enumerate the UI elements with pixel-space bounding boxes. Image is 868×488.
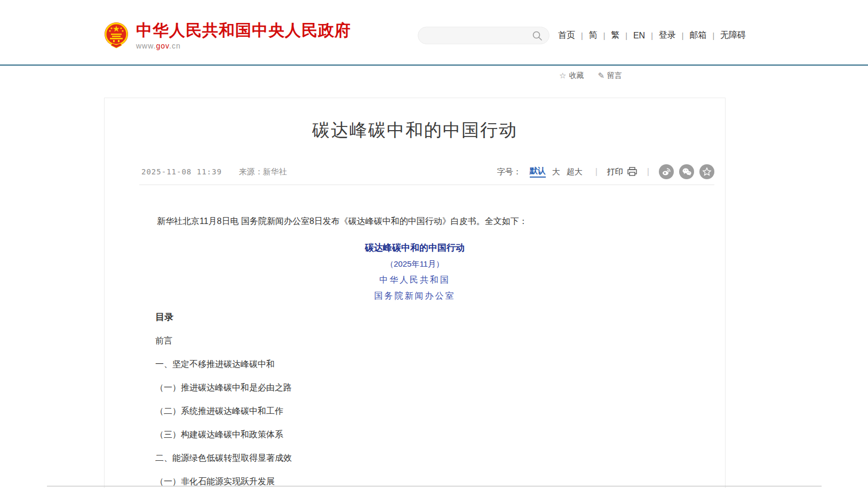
article-source: 来源：新华社 (239, 167, 287, 177)
footer-top-border (47, 486, 822, 486)
nav-home[interactable]: 首页 (558, 30, 575, 41)
nav-english[interactable]: EN (633, 31, 645, 41)
font-size-label: 字号： (497, 167, 521, 177)
national-emblem-icon (103, 21, 130, 51)
toc-item-2: 二、能源绿色低碳转型取得显著成效 (155, 453, 673, 462)
document-heading: 碳达峰碳中和的中国行动 （2025年11月） 中华人民共和国 国务院新闻办公室 (105, 240, 725, 304)
toc-title: 目录 (155, 312, 673, 323)
print-label: 打印 (607, 167, 623, 177)
article-meta-row: 2025-11-08 11:39 来源：新华社 字号： 默认 大 超大 | 打印… (141, 166, 714, 178)
share-more-button[interactable] (699, 164, 714, 179)
weibo-share-button[interactable] (659, 164, 674, 179)
nav-accessibility[interactable]: 无障碍 (720, 30, 746, 41)
meta-divider: | (647, 167, 649, 177)
comment-link[interactable]: ✎ 留言 (598, 71, 622, 81)
site-url: www.gov.cn (136, 42, 351, 50)
toc-item-1-2: （二）系统推进碳达峰碳中和工作 (155, 406, 673, 415)
document-date-line: （2025年11月） (105, 256, 725, 272)
source-value: 新华社 (263, 167, 287, 176)
site-logo[interactable]: 中华人民共和国中央人民政府 www.gov.cn (103, 21, 351, 51)
source-label: 来源： (239, 167, 263, 176)
toc-item-2-1: （一）非化石能源实现跃升发展 (155, 477, 673, 486)
font-size-large-button[interactable]: 大 (552, 167, 560, 177)
nav-divider: | (603, 31, 606, 40)
pencil-icon: ✎ (598, 71, 604, 81)
nav-divider: | (651, 31, 653, 40)
nav-divider: | (581, 31, 583, 40)
toc-item-preface: 前言 (155, 336, 673, 345)
quick-links: ☆ 收藏 ✎ 留言 (559, 71, 622, 81)
article-meta-left: 2025-11-08 11:39 来源：新华社 (141, 167, 287, 177)
favorite-label: 收藏 (569, 71, 584, 81)
top-nav: 首页|简|繁|EN|登录|邮箱|无障碍 (558, 30, 746, 41)
site-url-suffix: .cn (169, 42, 181, 50)
document-title: 碳达峰碳中和的中国行动 (105, 240, 725, 256)
comment-label: 留言 (607, 71, 622, 81)
toc-item-1-3: （三）构建碳达峰碳中和政策体系 (155, 430, 673, 439)
font-size-default-button[interactable]: 默认 (530, 166, 546, 178)
printer-icon (627, 167, 638, 177)
article-date: 2025-11-08 11:39 (141, 167, 222, 176)
article-meta-right: 字号： 默认 大 超大 | 打印 | (497, 164, 714, 179)
share-star-icon (702, 167, 712, 177)
search-input[interactable] (427, 31, 532, 40)
search-box (418, 27, 550, 44)
document-issuer-line2: 国务院新闻办公室 (105, 288, 725, 304)
star-icon: ☆ (559, 71, 566, 81)
meta-divider: | (595, 167, 598, 177)
nav-divider: | (625, 31, 627, 40)
font-size-xlarge-button[interactable]: 超大 (567, 167, 583, 177)
nav-login[interactable]: 登录 (659, 30, 676, 41)
nav-traditional[interactable]: 繁 (611, 30, 619, 41)
site-url-gov: gov (156, 42, 169, 50)
site-title: 中华人民共和国中央人民政府 (136, 21, 351, 39)
toc-item-1-1: （一）推进碳达峰碳中和是必由之路 (155, 383, 673, 392)
toc-item-1: 一、坚定不移推进碳达峰碳中和 (155, 359, 673, 369)
table-of-contents: 前言 一、坚定不移推进碳达峰碳中和 （一）推进碳达峰碳中和是必由之路 （二）系统… (155, 336, 673, 486)
nav-divider: | (712, 31, 714, 40)
meta-separator (139, 185, 714, 185)
nav-divider: | (682, 31, 684, 40)
search-icon[interactable] (532, 30, 543, 41)
nav-mail[interactable]: 邮箱 (689, 30, 706, 41)
article-title: 碳达峰碳中和的中国行动 (105, 118, 725, 142)
site-header: 中华人民共和国中央人民政府 www.gov.cn 首页|简|繁|EN|登录|邮箱… (0, 0, 868, 66)
weibo-icon (662, 167, 671, 177)
wechat-icon (682, 167, 692, 177)
document-issuer-line1: 中华人民共和国 (105, 272, 725, 288)
article-card: 碳达峰碳中和的中国行动 2025-11-08 11:39 来源：新华社 字号： … (104, 98, 726, 488)
wechat-share-button[interactable] (679, 164, 694, 179)
print-button[interactable]: 打印 (607, 167, 638, 177)
nav-simplified[interactable]: 简 (589, 30, 598, 41)
favorite-link[interactable]: ☆ 收藏 (559, 71, 584, 81)
share-icons (659, 164, 714, 179)
site-url-prefix: www. (136, 42, 156, 50)
article-intro: 新华社北京11月8日电 国务院新闻办公室8日发布《碳达峰碳中和的中国行动》白皮书… (157, 214, 673, 228)
